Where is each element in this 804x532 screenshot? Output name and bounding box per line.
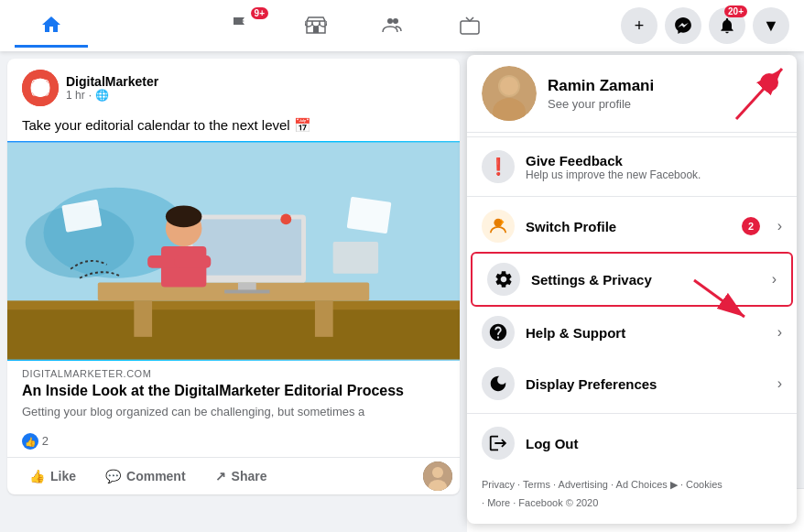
nav-tab-store[interactable]	[279, 4, 353, 48]
feedback-title: Give Feedback	[526, 153, 782, 168]
right-area: Ramin Zamani See your profile 1 ❗ Give F…	[467, 51, 804, 532]
footer-links: Privacy · Terms · Advertising · Ad Choic…	[467, 469, 797, 524]
comment-icon: 💬	[105, 469, 121, 483]
svg-rect-18	[224, 289, 269, 293]
footer-link-cookies[interactable]: Cookies	[686, 479, 723, 490]
menu-item-text-feedback: Give Feedback Help us improve the new Fa…	[526, 153, 782, 181]
menu-item-switch-profile[interactable]: Switch Profile › 2	[467, 201, 797, 252]
svg-point-23	[166, 206, 202, 228]
help-support-title: Help & Support	[526, 325, 766, 341]
profile-text: Ramin Zamani See your profile	[548, 77, 654, 111]
account-menu-button[interactable]: ▼	[753, 7, 789, 44]
menu-item-text-switch: Switch Profile	[526, 219, 766, 234]
annotation-badge-2: 2	[742, 217, 760, 235]
svg-point-29	[432, 467, 443, 478]
menu-divider-1	[467, 136, 797, 137]
menu-divider-2	[467, 196, 797, 197]
profile-avatar	[482, 66, 537, 121]
svg-point-2	[393, 18, 398, 24]
post-link-preview: DIGITALMARKETER.COM An Inside Look at th…	[7, 361, 460, 426]
switch-profile-icon	[482, 210, 515, 243]
post-illustration	[7, 141, 460, 361]
feedback-icon: ❗	[482, 150, 515, 183]
menu-item-text-display: Display Preferences	[526, 376, 766, 392]
profile-section[interactable]: Ramin Zamani See your profile 1	[467, 55, 797, 133]
svg-point-5	[31, 79, 49, 97]
feed-area: DigitalMarketer 1 hr · 🌐 Take your edito…	[0, 51, 467, 532]
logout-title: Log Out	[526, 436, 782, 451]
svg-rect-26	[333, 242, 378, 274]
chevron-down-icon: ▼	[763, 16, 779, 36]
switch-profile-chevron: ›	[777, 218, 782, 234]
nav-tab-home[interactable]	[15, 4, 88, 48]
notifications-button[interactable]: 20+	[709, 7, 745, 44]
main-content: DigitalMarketer 1 hr · 🌐 Take your edito…	[0, 51, 804, 532]
menu-item-text-settings: Settings & Privacy	[531, 272, 761, 288]
footer-link-terms[interactable]: Terms	[523, 479, 550, 490]
svg-point-6	[35, 82, 46, 93]
post-stats: 👍 2	[7, 426, 460, 458]
feedback-desc: Help us improve the new Facebook.	[526, 168, 782, 181]
post-link-domain: DIGITALMARKETER.COM	[7, 361, 460, 381]
navbar: 9+ +	[0, 0, 804, 51]
nav-tab-flag[interactable]: 9+	[202, 4, 276, 48]
footer-copyright: Facebook © 2020	[518, 497, 598, 508]
menu-item-help[interactable]: Help & Support ›	[467, 307, 797, 358]
post-text: Take your editorial calendar to the next…	[7, 114, 460, 141]
post-header: DigitalMarketer 1 hr · 🌐	[7, 59, 460, 114]
svg-rect-11	[7, 300, 460, 309]
menu-divider-3	[467, 413, 797, 414]
plus-icon: +	[635, 16, 645, 36]
share-button[interactable]: ↗ Share	[201, 461, 282, 491]
post-image	[7, 141, 460, 361]
profile-name: Ramin Zamani	[548, 77, 654, 95]
svg-point-33	[493, 98, 526, 121]
svg-rect-13	[134, 300, 152, 337]
menu-item-logout[interactable]: Log Out	[467, 418, 797, 469]
menu-item-settings-privacy[interactable]: Settings & Privacy ›	[471, 252, 793, 307]
post-link-desc: Getting your blog organized can be chall…	[7, 403, 460, 426]
post-author-small-avatar	[423, 461, 452, 491]
svg-rect-3	[461, 21, 479, 34]
svg-rect-14	[315, 300, 333, 337]
footer-link-adchoices[interactable]: Ad Choices ▶	[616, 479, 678, 490]
notifications-badge: 20+	[724, 5, 747, 17]
profile-sub: See your profile	[548, 97, 654, 111]
svg-point-4	[22, 70, 59, 106]
menu-item-text-help: Help & Support	[526, 325, 766, 341]
svg-point-1	[387, 18, 393, 24]
like-button[interactable]: 👍 Like	[15, 461, 91, 491]
share-icon: ↗	[215, 469, 226, 483]
svg-rect-10	[7, 305, 460, 359]
post-meta: DigitalMarketer 1 hr · 🌐	[66, 74, 158, 102]
globe-icon: 🌐	[95, 89, 109, 102]
post-author: DigitalMarketer	[66, 74, 158, 89]
add-button[interactable]: +	[621, 7, 657, 44]
svg-rect-0	[313, 27, 319, 33]
post-avatar	[22, 70, 59, 106]
menu-item-text-logout: Log Out	[526, 436, 782, 451]
post-link-title: An Inside Look at the DigitalMarketer Ed…	[7, 381, 460, 403]
post-actions: 👍 Like 💬 Comment ↗ Share	[7, 458, 460, 494]
flag-badge: 9+	[251, 7, 268, 19]
post-card: DigitalMarketer 1 hr · 🌐 Take your edito…	[7, 59, 460, 494]
footer-link-privacy[interactable]: Privacy	[482, 479, 515, 490]
menu-item-feedback[interactable]: ❗ Give Feedback Help us improve the new …	[467, 141, 797, 192]
nav-tab-people[interactable]	[356, 4, 429, 48]
footer-link-advertising[interactable]: Advertising	[559, 479, 608, 490]
svg-rect-25	[347, 197, 392, 233]
dropdown-overlay: Ramin Zamani See your profile 1 ❗ Give F…	[467, 51, 804, 532]
share-label: Share	[232, 469, 267, 483]
help-support-chevron: ›	[777, 324, 782, 341]
likes-count: 👍 2	[22, 433, 49, 450]
like-icon: 👍	[22, 433, 38, 450]
nav-tab-tv[interactable]	[433, 4, 506, 48]
logout-icon	[482, 427, 515, 460]
footer-link-more[interactable]: More	[487, 497, 510, 508]
post-time: 1 hr · 🌐	[66, 89, 158, 102]
comment-button[interactable]: 💬 Comment	[91, 461, 201, 491]
messenger-button[interactable]	[665, 7, 701, 44]
menu-item-display[interactable]: Display Preferences ›	[467, 358, 797, 409]
like-action-icon: 👍	[29, 469, 45, 483]
display-icon	[482, 367, 515, 400]
